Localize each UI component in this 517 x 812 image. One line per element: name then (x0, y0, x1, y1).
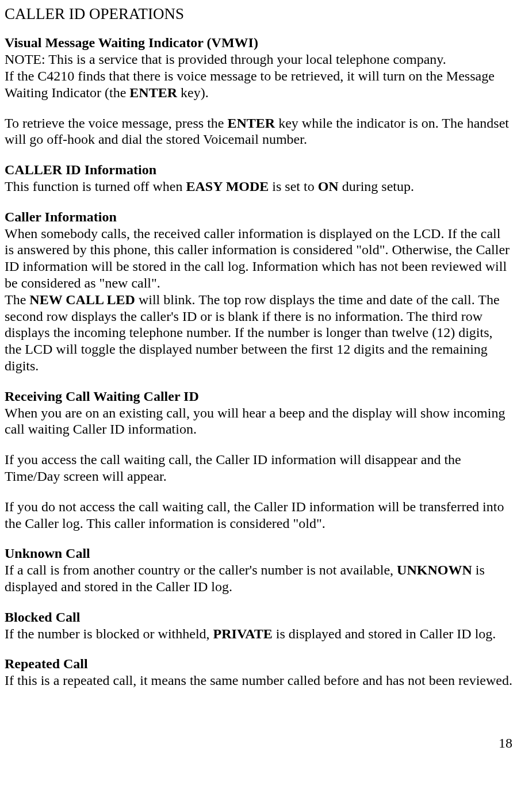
blocked-p1: If the number is blocked or withheld, PR… (5, 626, 512, 642)
heading-cid-info: CALLER ID Information (5, 162, 512, 178)
unknown-p1: If a call is from another country or the… (5, 562, 512, 595)
heading-receiving-call-waiting: Receiving Call Waiting Caller ID (5, 388, 512, 405)
unknown-label: UNKNOWN (397, 562, 472, 577)
rcw-p3: If you do not access the call waiting ca… (5, 499, 512, 532)
heading-unknown-call: Unknown Call (5, 545, 512, 562)
heading-repeated-call: Repeated Call (5, 656, 512, 672)
page-number: 18 (5, 735, 512, 752)
new-call-led-label: NEW CALL LED (29, 292, 135, 307)
on-label: ON (318, 179, 339, 194)
heading-blocked-call: Blocked Call (5, 609, 512, 626)
callerinfo-p2: The NEW CALL LED will blink. The top row… (5, 292, 512, 374)
vmwi-note: NOTE: This is a service that is provided… (5, 51, 512, 68)
enter-key-2: ENTER (228, 116, 275, 131)
rcw-p1: When you are on an existing call, you wi… (5, 405, 512, 438)
repeated-p1: If this is a repeated call, it means the… (5, 672, 512, 689)
heading-caller-info: Caller Information (5, 209, 512, 225)
private-label: PRIVATE (213, 626, 273, 641)
vmwi-p1: If the C4210 finds that there is voice m… (5, 68, 512, 101)
rcw-p2: If you access the call waiting call, the… (5, 451, 512, 485)
easy-mode-label: EASY MODE (186, 179, 269, 194)
page-title: CALLER ID OPERATIONS (5, 5, 512, 23)
vmwi-p2: To retrieve the voice message, press the… (5, 115, 512, 148)
enter-key-1: ENTER (129, 85, 177, 100)
cidinfo-p1: This function is turned off when EASY MO… (5, 178, 512, 195)
callerinfo-p1: When somebody calls, the received caller… (5, 225, 512, 292)
heading-vmwi: Visual Message Waiting Indicator (VMWI) (5, 35, 512, 51)
